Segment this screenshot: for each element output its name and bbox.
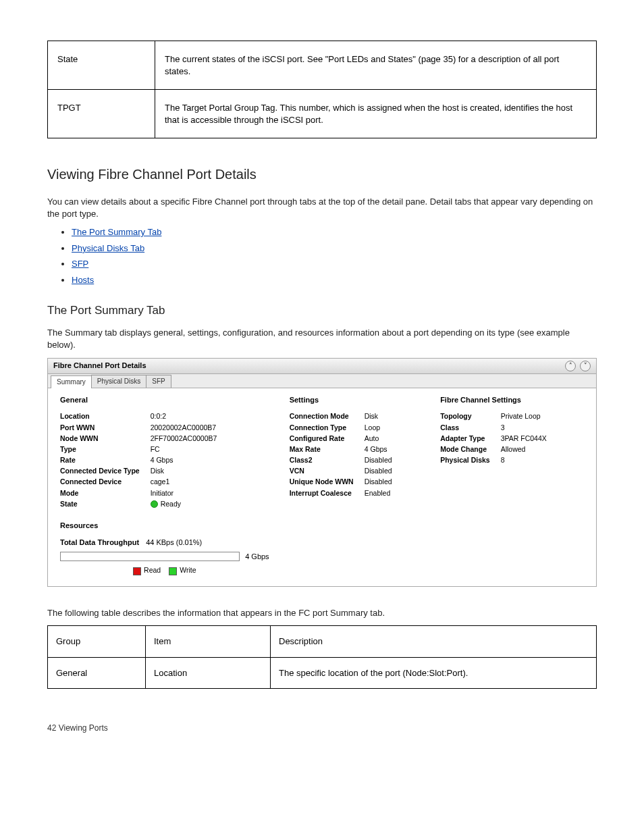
section-heading: Viewing Fibre Channel Port Details bbox=[47, 165, 597, 184]
kv-label: Connected Device Type bbox=[60, 466, 140, 475]
kv-value: 8 bbox=[501, 455, 584, 465]
kv-label: Rate bbox=[60, 455, 140, 465]
tab-physical-disks[interactable]: Physical Disks bbox=[91, 375, 146, 388]
state-value: Ready bbox=[151, 499, 269, 509]
table-header-row: Group Item Description bbox=[48, 626, 597, 658]
subsection-intro: The Summary tab displays general, settin… bbox=[47, 327, 597, 350]
kv-label: Connection Type bbox=[290, 423, 354, 432]
tab-sfp[interactable]: SFP bbox=[146, 375, 171, 388]
settings-column: Settings Connection ModeDisk Connection … bbox=[290, 395, 421, 498]
fc-port-details-panel: Fibre Channel Port Details ˄ ˅ Summary P… bbox=[47, 358, 597, 587]
specs-item: Location bbox=[146, 657, 271, 689]
kv-label: Interrupt Coalesce bbox=[290, 488, 354, 498]
kv-label: Topology bbox=[440, 411, 490, 421]
kv-value: Auto bbox=[365, 434, 420, 443]
subsection-heading: The Port Summary Tab bbox=[47, 303, 597, 319]
kv-label: Port WWN bbox=[60, 423, 140, 432]
kv-label: Adapter Type bbox=[440, 434, 490, 443]
settings-heading: Settings bbox=[290, 395, 421, 405]
kv-value: Disk bbox=[151, 466, 269, 475]
kv-label: State bbox=[60, 499, 140, 509]
tab-bar: Summary Physical Disks SFP bbox=[48, 374, 596, 388]
kv-value: Loop bbox=[365, 423, 420, 432]
glossary-desc: The current states of the iSCSI port. Se… bbox=[155, 41, 597, 90]
fc-settings-heading: Fibre Channel Settings bbox=[440, 395, 584, 405]
throughput-value: 44 KBps (0.01%) bbox=[146, 538, 202, 548]
kv-label: Class2 bbox=[290, 455, 354, 465]
legend-write-label: Write bbox=[180, 566, 196, 574]
kv-value: Disabled bbox=[365, 466, 420, 475]
kv-value: Disabled bbox=[365, 477, 420, 486]
specs-col-desc: Description bbox=[271, 626, 597, 658]
footer-page-ref: 42 Viewing Ports bbox=[47, 723, 108, 733]
page-footer: 42 Viewing Ports bbox=[47, 723, 597, 733]
kv-label: Max Rate bbox=[290, 444, 354, 454]
kv-value: 0:0:2 bbox=[151, 411, 269, 421]
table-row: TPGT The Target Portal Group Tag. This n… bbox=[48, 90, 597, 138]
table-row: General Location The specific location o… bbox=[48, 657, 597, 689]
general-kv: Location0:0:2 Port WWN20020002AC0000B7 N… bbox=[60, 411, 269, 509]
kv-value: 3 bbox=[501, 423, 584, 432]
throughput-max: 4 Gbps bbox=[245, 552, 269, 562]
collapse-down-icon[interactable]: ˅ bbox=[580, 361, 591, 371]
fc-settings-column: Fibre Channel Settings TopologyPrivate L… bbox=[440, 395, 584, 465]
kv-value: Private Loop bbox=[501, 411, 584, 421]
throughput-bar bbox=[60, 552, 240, 561]
glossary-term: TPGT bbox=[48, 90, 155, 138]
general-column: General Location0:0:2 Port WWN20020002AC… bbox=[60, 395, 269, 575]
kv-value: cage1 bbox=[151, 477, 269, 486]
kv-value: FC bbox=[151, 444, 269, 454]
link-port-summary-tab[interactable]: The Port Summary Tab bbox=[72, 227, 161, 237]
kv-label: Configured Rate bbox=[290, 434, 354, 443]
legend-read-swatch bbox=[133, 567, 141, 575]
kv-value: Disabled bbox=[365, 455, 420, 465]
specs-group: General bbox=[48, 657, 146, 689]
resources-heading: Resources bbox=[60, 521, 269, 531]
throughput-label: Total Data Throughput bbox=[60, 538, 139, 548]
general-heading: General bbox=[60, 395, 269, 405]
kv-label: VCN bbox=[290, 466, 354, 475]
glossary-table-tail: State The current states of the iSCSI po… bbox=[47, 41, 597, 138]
link-hosts[interactable]: Hosts bbox=[72, 275, 94, 285]
kv-value: 4 Gbps bbox=[151, 455, 269, 465]
specs-col-group: Group bbox=[48, 626, 146, 658]
kv-label: Mode Change bbox=[440, 444, 490, 454]
specs-table: Group Item Description General Location … bbox=[47, 625, 597, 689]
glossary-desc: The Target Portal Group Tag. This number… bbox=[155, 90, 597, 138]
kv-value: 4 Gbps bbox=[365, 444, 420, 454]
kv-label: Class bbox=[440, 423, 490, 432]
kv-value: Allowed bbox=[501, 444, 584, 454]
kv-label: Type bbox=[60, 444, 140, 454]
settings-kv: Connection ModeDisk Connection TypeLoop … bbox=[290, 411, 421, 497]
kv-value: Disk bbox=[365, 411, 420, 421]
fc-settings-kv: TopologyPrivate Loop Class3 Adapter Type… bbox=[440, 411, 584, 465]
kv-value: 3PAR FC044X bbox=[501, 434, 584, 443]
kv-value: Enabled bbox=[365, 488, 420, 498]
status-ready-icon bbox=[151, 500, 158, 508]
legend-write-swatch bbox=[169, 567, 177, 575]
kv-label: Unique Node WWN bbox=[290, 477, 354, 486]
kv-label: Physical Disks bbox=[440, 455, 490, 465]
link-physical-disks-tab[interactable]: Physical Disks Tab bbox=[72, 243, 144, 253]
panel-titlebar: Fibre Channel Port Details ˄ ˅ bbox=[48, 358, 596, 374]
kv-label: Mode bbox=[60, 488, 140, 498]
collapse-up-icon[interactable]: ˄ bbox=[565, 361, 576, 371]
kv-value: 20020002AC0000B7 bbox=[151, 423, 269, 432]
kv-label: Location bbox=[60, 411, 140, 421]
link-sfp[interactable]: SFP bbox=[72, 259, 88, 269]
specs-col-item: Item bbox=[146, 626, 271, 658]
resources-section: Resources Total Data Throughput 44 KBps … bbox=[60, 521, 269, 575]
panel-title: Fibre Channel Port Details bbox=[53, 361, 146, 371]
kv-label: Node WWN bbox=[60, 434, 140, 443]
kv-label: Connected Device bbox=[60, 477, 140, 486]
kv-value: 2FF70002AC0000B7 bbox=[151, 434, 269, 443]
glossary-term: State bbox=[48, 41, 155, 90]
section-intro: You can view details about a specific Fi… bbox=[47, 196, 597, 219]
table-row: State The current states of the iSCSI po… bbox=[48, 41, 597, 90]
specs-caption: The following table describes the inform… bbox=[47, 607, 597, 619]
kv-value: Initiator bbox=[151, 488, 269, 498]
link-list: The Port Summary Tab Physical Disks Tab … bbox=[47, 226, 597, 286]
tab-summary[interactable]: Summary bbox=[51, 375, 92, 388]
kv-label: Connection Mode bbox=[290, 411, 354, 421]
specs-desc: The specific location of the port (Node:… bbox=[271, 657, 597, 689]
